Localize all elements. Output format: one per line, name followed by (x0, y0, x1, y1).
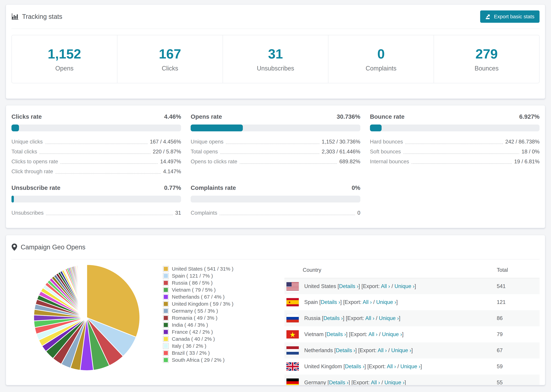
rate-row: Complaints0 (191, 208, 360, 218)
rate-percent: 6.927% (519, 113, 540, 120)
legend-item-in: India ( 46 / 3% ) (163, 321, 284, 328)
legend-item-fr: France ( 42 / 2% ) (163, 328, 284, 335)
page-title: Tracking stats (22, 13, 62, 20)
details-link[interactable]: Details › (336, 347, 355, 353)
export-unique-link[interactable]: Unique › (391, 347, 411, 353)
export-basic-stats-button[interactable]: Export basic stats (480, 10, 540, 23)
rate-rows: Complaints0 (191, 208, 360, 218)
export-unique-link[interactable]: Unique › (376, 299, 396, 305)
legend-label: Romania ( 49 / 3% ) (172, 315, 218, 321)
details-link[interactable]: Details › (326, 331, 346, 337)
rate-row: Total opens2,303 / 61.446% (191, 147, 360, 157)
dotted-leader (220, 154, 319, 154)
country-total: 79 (497, 326, 540, 343)
summary-value: 1,152 (48, 46, 81, 62)
summary-value: 279 (475, 46, 498, 62)
legend-label: South Africa ( 29 / 2% ) (172, 357, 225, 363)
export-all-link[interactable]: All › (363, 299, 372, 305)
export-all-link[interactable]: All › (378, 347, 387, 353)
export-all-link[interactable]: All › (371, 379, 380, 385)
rate-progress-fill (11, 125, 19, 131)
tracking-stats-card: Tracking stats Export basic stats 1,152O… (6, 4, 545, 99)
details-link[interactable]: Details › (329, 379, 349, 385)
legend-label: India ( 46 / 3% ) (172, 322, 208, 328)
export-all-link[interactable]: All › (365, 315, 374, 321)
dotted-leader (226, 143, 319, 144)
rate-percent: 0.77% (164, 184, 181, 191)
rate-head: Complaints rate0% (191, 184, 360, 191)
legend-swatch (163, 315, 169, 321)
legend-swatch (163, 280, 169, 286)
rate-progress-fill (11, 196, 14, 203)
rate-block-complaints-rate: Complaints rate0%Complaints0 (191, 184, 360, 218)
geo-body: United States (541 / 31% )Spain (121 / 7… (6, 259, 545, 385)
rate-block-clicks-rate: Clicks rate4.46%Unique clicks167 / 4.456… (11, 113, 181, 176)
country-cell-text: Germany [Details ›] [Export: All › / Uni… (304, 379, 406, 385)
rate-row-value: 167 / 4.456% (150, 139, 181, 145)
details-link[interactable]: Details › (321, 299, 340, 305)
legend-swatch (163, 357, 169, 363)
legend-swatch (163, 336, 169, 342)
es-flag-icon (286, 298, 299, 306)
legend-item-it: Italy ( 36 / 2% ) (163, 343, 284, 350)
export-unique-link[interactable]: Unique › (400, 364, 420, 369)
country-cell-text: United States [Details ›] [Export: All ›… (304, 283, 416, 289)
legend-item-ca: Canada ( 40 / 2% ) (163, 335, 284, 343)
rate-row: Unique clicks167 / 4.456% (11, 137, 181, 147)
geo-legend: United States ( 541 / 31% )Spain ( 121 /… (163, 263, 284, 385)
export-all-link[interactable]: All › (381, 283, 390, 289)
legend-label: France ( 42 / 2% ) (172, 329, 213, 335)
geo-table-row-vn: Vietnam [Details ›] [Export: All › / Uni… (284, 326, 540, 343)
rate-row-label: Unique clicks (11, 139, 43, 145)
rate-head: Opens rate30.736% (191, 113, 360, 120)
rate-rows: Unique opens1,152 / 30.736%Total opens2,… (191, 137, 360, 167)
export-unique-link[interactable]: Unique › (384, 379, 404, 385)
rate-row-value: 18 / 0% (522, 149, 540, 155)
rate-row-label: Hard bounces (370, 139, 403, 145)
legend-label: Italy ( 36 / 2% ) (172, 343, 206, 349)
rate-row-label: Unsubscribes (11, 210, 44, 216)
details-link[interactable]: Details › (323, 315, 343, 321)
geo-table-row-us: United States [Details ›] [Export: All ›… (284, 278, 540, 294)
rate-row-label: Clicks to opens rate (11, 159, 58, 165)
summary-value: 167 (159, 46, 181, 62)
dotted-leader (240, 163, 337, 164)
rate-row-label: Soft bounces (370, 149, 401, 155)
summary-value: 31 (268, 46, 283, 62)
country-total: 541 (497, 278, 540, 294)
export-all-link[interactable]: All › (387, 364, 396, 369)
summary-label: Complaints (366, 65, 396, 72)
rate-title: Unsubscribe rate (11, 184, 60, 191)
details-link[interactable]: Details › (345, 364, 365, 369)
legend-item-za: South Africa ( 29 / 2% ) (163, 357, 284, 364)
rate-row-value: 689.82% (339, 159, 360, 165)
rate-progress-track (11, 125, 181, 131)
rate-percent: 30.736% (337, 113, 360, 120)
export-all-link[interactable]: All › (368, 331, 377, 337)
export-unique-link[interactable]: Unique › (395, 283, 414, 289)
legend-swatch (163, 329, 169, 335)
export-unique-link[interactable]: Unique › (382, 331, 402, 337)
legend-item-es: Spain ( 121 / 7% ) (163, 272, 284, 279)
rate-row-label: Unique opens (191, 139, 223, 145)
country-cell-text: Netherlands [Details ›] [Export: All › /… (304, 347, 413, 354)
rate-row-label: Complaints (191, 210, 217, 216)
legend-swatch (163, 322, 169, 328)
rate-row-label: Click through rate (11, 168, 53, 175)
rate-row-value: 19 / 6.81% (514, 159, 540, 165)
export-unique-link[interactable]: Unique › (379, 315, 399, 321)
rate-row-value: 1,152 / 30.736% (322, 139, 360, 145)
column-header-total: Total (497, 263, 540, 278)
rate-block-unsubscribe-rate: Unsubscribe rate0.77%Unsubscribes31 (11, 184, 181, 218)
legend-item-us: United States ( 541 / 31% ) (163, 265, 284, 272)
legend-label: Vietnam ( 79 / 5% ) (172, 287, 216, 293)
rate-row: Unsubscribes31 (11, 208, 181, 218)
details-link[interactable]: Details › (339, 283, 359, 289)
country-total: 86 (497, 310, 540, 326)
legend-label: Russia ( 86 / 5% ) (172, 280, 212, 286)
legend-label: Spain ( 121 / 7% ) (172, 273, 213, 279)
gb-flag-icon (286, 362, 299, 371)
rate-head: Clicks rate4.46% (11, 113, 181, 120)
dotted-leader (60, 163, 158, 164)
rate-progress-track (191, 196, 360, 203)
